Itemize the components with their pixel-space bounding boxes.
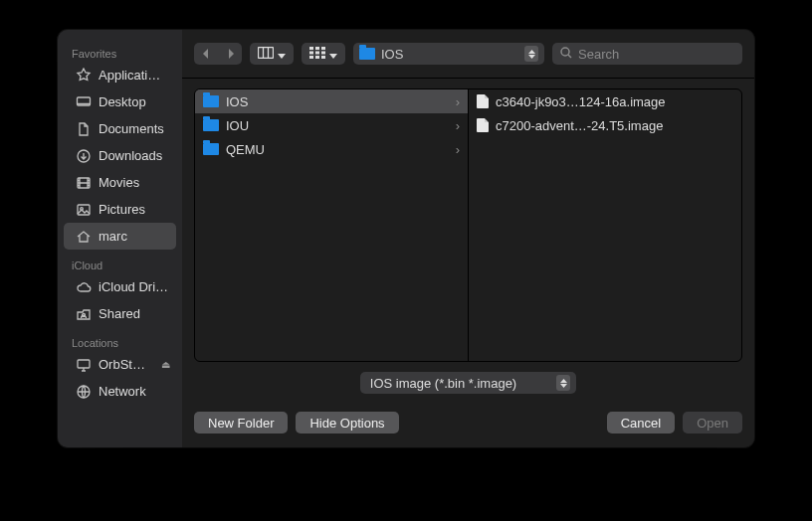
cloud-icon xyxy=(76,279,92,295)
file-row[interactable]: c7200-advent…-24.T5.image xyxy=(469,113,741,137)
column-1[interactable]: IOS › IOU › QEMU › xyxy=(195,89,469,361)
path-label: IOS xyxy=(381,47,403,62)
sidebar-item-label: Movies xyxy=(99,175,139,190)
folder-icon xyxy=(203,143,219,155)
view-mode-button[interactable] xyxy=(250,43,294,65)
sidebar-item-label: Documents xyxy=(99,121,164,136)
svg-rect-10 xyxy=(315,47,319,50)
sidebar-item-label: Network xyxy=(99,384,146,399)
forward-button[interactable] xyxy=(218,43,242,65)
section-label-favorites: Favorites xyxy=(72,48,182,60)
svg-rect-14 xyxy=(321,51,325,54)
search-icon xyxy=(560,47,572,62)
sidebar-item-orbstack[interactable]: OrbSt… ⏏ xyxy=(64,351,176,378)
documents-icon xyxy=(76,121,92,137)
section-label-locations: Locations xyxy=(72,337,182,349)
columns-icon xyxy=(258,47,274,62)
row-label: c3640-jk9o3…124-16a.image xyxy=(496,94,733,109)
updown-icon xyxy=(556,375,570,391)
svg-rect-3 xyxy=(78,205,90,215)
toolbar: IOS Search xyxy=(182,30,754,79)
folder-row[interactable]: IOS › xyxy=(195,89,468,113)
sidebar-item-network[interactable]: Network xyxy=(64,378,176,405)
display-icon xyxy=(76,357,92,373)
sidebar-item-label: marc xyxy=(99,229,127,244)
network-icon xyxy=(76,384,92,400)
svg-rect-11 xyxy=(321,47,325,50)
svg-rect-6 xyxy=(78,360,90,368)
svg-point-18 xyxy=(561,48,569,56)
sidebar-item-label: OrbSt… xyxy=(99,357,145,372)
svg-rect-16 xyxy=(315,56,319,59)
section-label-icloud: iCloud xyxy=(72,260,182,271)
chevron-right-icon: › xyxy=(456,118,460,133)
chevron-down-icon xyxy=(329,47,337,62)
desktop-icon xyxy=(76,94,92,110)
home-icon xyxy=(76,229,92,245)
grid-icon xyxy=(309,47,325,62)
file-icon xyxy=(477,118,489,132)
path-popup[interactable]: IOS xyxy=(353,43,544,65)
new-folder-button[interactable]: New Folder xyxy=(194,412,288,434)
sidebar-item-label: Applicati… xyxy=(99,68,160,83)
chevron-right-icon: › xyxy=(456,142,460,157)
folder-row[interactable]: QEMU › xyxy=(195,137,468,161)
search-placeholder: Search xyxy=(578,47,619,62)
movies-icon xyxy=(76,175,92,191)
sidebar-item-label: Downloads xyxy=(99,148,162,163)
folder-icon xyxy=(203,95,219,107)
group-mode-button[interactable] xyxy=(302,43,345,65)
search-field[interactable]: Search xyxy=(552,43,742,65)
svg-rect-9 xyxy=(309,47,313,50)
row-label: IOS xyxy=(226,94,449,109)
svg-rect-15 xyxy=(309,56,313,59)
sidebar-item-desktop[interactable]: Desktop xyxy=(64,88,176,115)
nav-group xyxy=(194,43,242,65)
open-dialog: Favorites Applicati… Desktop Documents D… xyxy=(58,30,754,447)
folder-icon xyxy=(203,119,219,131)
row-label: QEMU xyxy=(226,142,449,157)
sidebar-item-applications[interactable]: Applicati… xyxy=(64,62,176,88)
sidebar-item-label: iCloud Dri… xyxy=(99,279,168,294)
filetype-row: IOS image (*.bin *.image) xyxy=(182,362,754,404)
sidebar: Favorites Applicati… Desktop Documents D… xyxy=(58,30,182,447)
main: IOS Search IOS › IOU xyxy=(182,30,754,447)
svg-rect-13 xyxy=(315,51,319,54)
svg-rect-12 xyxy=(309,51,313,54)
sidebar-item-label: Desktop xyxy=(99,94,146,109)
file-icon xyxy=(477,94,489,108)
sidebar-item-pictures[interactable]: Pictures xyxy=(64,196,176,223)
row-label: c7200-advent…-24.T5.image xyxy=(496,118,733,133)
folder-icon xyxy=(359,48,375,60)
column-browser: IOS › IOU › QEMU › c3640-jk9o3…124-16a. xyxy=(194,88,742,362)
shared-icon xyxy=(76,306,92,322)
sidebar-item-movies[interactable]: Movies xyxy=(64,169,176,196)
chevron-right-icon: › xyxy=(456,94,460,109)
filetype-label: IOS image (*.bin *.image) xyxy=(370,376,516,391)
sidebar-item-downloads[interactable]: Downloads xyxy=(64,142,176,169)
updown-icon xyxy=(524,46,538,62)
filetype-popup[interactable]: IOS image (*.bin *.image) xyxy=(360,372,576,394)
svg-rect-17 xyxy=(321,56,325,59)
hide-options-button[interactable]: Hide Options xyxy=(296,412,398,434)
svg-rect-8 xyxy=(259,47,274,58)
downloads-icon xyxy=(76,148,92,164)
applications-icon xyxy=(76,68,92,84)
sidebar-item-label: Pictures xyxy=(99,202,145,217)
footer: New Folder Hide Options Cancel Open xyxy=(182,404,754,447)
eject-icon[interactable]: ⏏ xyxy=(161,359,170,370)
row-label: IOU xyxy=(226,118,449,133)
sidebar-item-label: Shared xyxy=(99,306,140,321)
file-row[interactable]: c3640-jk9o3…124-16a.image xyxy=(469,89,741,113)
sidebar-item-shared[interactable]: Shared xyxy=(64,300,176,327)
folder-row[interactable]: IOU › xyxy=(195,113,468,137)
column-2[interactable]: c3640-jk9o3…124-16a.image c7200-advent…-… xyxy=(469,89,741,361)
pictures-icon xyxy=(76,202,92,218)
sidebar-item-icloud-drive[interactable]: iCloud Dri… xyxy=(64,273,176,300)
back-button[interactable] xyxy=(194,43,218,65)
sidebar-item-home[interactable]: marc xyxy=(64,223,176,250)
chevron-down-icon xyxy=(278,47,286,62)
sidebar-item-documents[interactable]: Documents xyxy=(64,115,176,142)
open-button[interactable]: Open xyxy=(683,412,742,434)
cancel-button[interactable]: Cancel xyxy=(607,412,675,434)
